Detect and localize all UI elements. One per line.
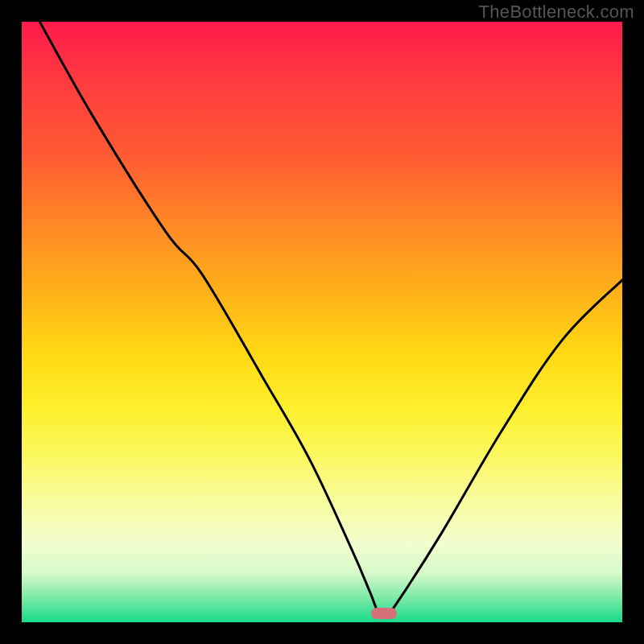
plot-area — [22, 22, 622, 622]
optimal-point-marker — [371, 608, 397, 619]
bottleneck-curve-path — [39, 22, 622, 616]
watermark-text: TheBottleneck.com — [479, 2, 634, 23]
chart-frame: TheBottleneck.com — [0, 0, 644, 644]
curve-svg — [22, 22, 622, 622]
